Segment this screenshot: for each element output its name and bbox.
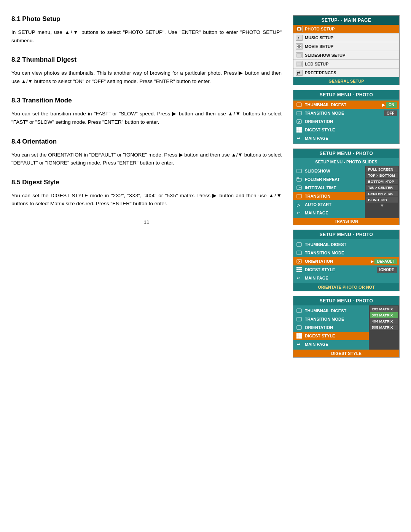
slide-option-center-tb[interactable]: CENTER > T/B (366, 191, 398, 197)
transition-icon-slide (296, 193, 303, 199)
section-title-photo-setup: 8.1 Photo Setup (11, 15, 282, 23)
slideshow-label: SLIDESHOW (305, 169, 363, 173)
menu-item-auto-start[interactable]: ▷ AUTO START (293, 200, 365, 209)
slide-option-bottom-top[interactable]: BOTTOM >TOP (366, 179, 398, 184)
menu-item-slideshow[interactable]: SLIDESHOW (293, 167, 365, 175)
menu-item-movie-setup[interactable]: MOVIE SETUP (293, 42, 399, 51)
slide-options-list: FULL SCREEN TOP > BOTTOM BOTTOM >TOP T/B… (365, 166, 399, 218)
preferences-icon: ⇄ (296, 70, 303, 76)
thumb-arrow: ▶ (382, 103, 385, 107)
section-body-transition: You can set the transition mode in "FAST… (11, 110, 282, 126)
folder-repeat-label: FOLDER REPEAT (305, 177, 363, 182)
menu-item-orientation-2[interactable]: ⟳ ORIENTATION ▶ DEFAULT (293, 257, 399, 265)
thumb-icon-2 (296, 241, 303, 248)
menu-item-thumbnail-2[interactable]: THUMBNAIL DIGEST (293, 240, 399, 249)
slides-panel-row: SLIDESHOW FOLDER REPEAT INTE (293, 166, 399, 218)
svg-text:⇄: ⇄ (297, 71, 301, 75)
left-column: 8.1 Photo Setup In SETUP menu, use ▲/▼ b… (11, 15, 285, 362)
menu-item-folder-repeat[interactable]: FOLDER REPEAT (293, 175, 365, 184)
thumb-label: THUMBNAIL DIGEST (305, 102, 381, 107)
menu-item-transition-3[interactable]: TRANSITION MODE (293, 315, 369, 323)
svg-rect-32 (297, 309, 301, 313)
back-icon-4: ↩ (296, 341, 303, 347)
section-title-orientation: 8.4 Orientation (11, 138, 282, 145)
menu-item-main-page-2[interactable]: ↩ MAIN PAGE (293, 209, 365, 217)
svg-text:↩: ↩ (297, 211, 301, 215)
transition-mode-label: TRANSITION MODE (305, 111, 383, 115)
section-body-thumbnail: You can view photos as thumbnails. This … (11, 69, 282, 85)
menu-item-orientation-1[interactable]: ⟳ ORIENTATION (293, 117, 399, 126)
menu-item-main-3[interactable]: ↩ MAIN PAGE (293, 274, 399, 282)
menu-item-thumbnail-3[interactable]: THUMBNAIL DIGEST (293, 307, 369, 315)
menu-item-photo-setup[interactable]: PHOTO SETUP (293, 25, 399, 34)
digest-badge-ignore: IGNORE (377, 267, 397, 273)
movie-icon (296, 43, 303, 50)
svg-rect-7 (297, 47, 298, 48)
page-number: 11 (11, 219, 282, 225)
svg-rect-6 (300, 45, 301, 46)
panel-photo-menu-1: SETUP MENU - PHOTO THUMBNAIL DIGEST ▶ ON (293, 90, 400, 144)
menu-item-label-movie: MOVIE SETUP (305, 44, 397, 49)
right-column: SETUP- - MAIN PAGE PHOTO SETUP ♪ MUSIC S… (293, 15, 400, 362)
thumb-icon-1 (296, 102, 303, 108)
autostart-icon: ▷ (296, 201, 303, 208)
menu-item-main-4[interactable]: ↩ MAIN PAGE (293, 340, 369, 348)
menu-item-main-page-1[interactable]: ↩ MAIN PAGE (293, 134, 399, 142)
menu-item-label-photo: PHOTO SETUP (305, 27, 397, 31)
transition-icon-2 (296, 250, 303, 256)
matrix-option-2x2[interactable]: 2X2 MATRIX (370, 306, 398, 312)
slide-option-fullscreen[interactable]: FULL SCREEN (366, 166, 398, 172)
digest-icon-2 (296, 267, 303, 273)
section-body-digest: You can set the DIGEST STYLE mode in "2X… (11, 192, 282, 208)
menu-item-transition-mode[interactable]: TRANSITION MODE OFF (293, 109, 399, 117)
digest-label-2: DIGEST STYLE (305, 267, 376, 272)
transition-sub-label: TRANSITION (293, 218, 399, 225)
orientation-label-1: ORIENTATION (305, 119, 397, 124)
menu-item-orientation-3[interactable]: ORIENTATION (293, 323, 369, 332)
svg-rect-24 (297, 194, 301, 198)
interval-time-label: INTERVAL TIME (305, 185, 363, 190)
svg-rect-11 (298, 66, 300, 66)
menu-item-transition-2[interactable]: TRANSITION MODE (293, 249, 399, 257)
panel-photo-3-header: SETUP MENU - PHOTO (293, 296, 399, 305)
menu-item-lcd-setup[interactable]: LCD SETUP (293, 60, 399, 69)
menu-item-interval-time[interactable]: INTERVAL TIME (293, 184, 365, 192)
menu-item-preferences[interactable]: ⇄ PREFERENCES (293, 69, 399, 77)
matrix-option-4x4[interactable]: 4X4 MATRIX (370, 318, 398, 324)
menu-item-digest-3[interactable]: DIGEST STYLE (293, 332, 369, 340)
menu-item-transition-slide[interactable]: TRANSITION (293, 192, 365, 200)
transition-badge-off: OFF (384, 110, 397, 116)
panel-photo-menu-3: SETUP MENU - PHOTO THUMBNAIL DIGEST TRAN… (293, 296, 400, 358)
svg-text:↩: ↩ (297, 136, 301, 141)
menu-item-music-setup[interactable]: ♪ MUSIC SETUP (293, 34, 399, 42)
transition-label-3: TRANSITION MODE (305, 317, 366, 321)
menu-item-thumbnail-digest[interactable]: THUMBNAIL DIGEST ▶ ON (293, 101, 399, 109)
svg-rect-34 (297, 326, 301, 329)
main-setup-menu: PHOTO SETUP ♪ MUSIC SETUP MOVIE SETUP (293, 25, 399, 77)
matrix-option-5x5[interactable]: 5X5 MATRIX (370, 324, 398, 330)
thumbnail-label-2: THUMBNAIL DIGEST (305, 242, 397, 247)
menu-item-digest-style-1[interactable]: DIGEST STYLE (293, 126, 399, 134)
photo-menu-2-list: THUMBNAIL DIGEST TRANSITION MODE ⟳ ORIEN… (293, 239, 399, 283)
matrix-option-3x3[interactable]: 3X3 MATRIX (370, 312, 398, 318)
section-body-orientation: You can set the ORIENTATION in "DEFAULT"… (11, 151, 282, 167)
slide-option-tb-center[interactable]: T/B > CENTER (366, 185, 398, 190)
orient-sub-label: ORIENTATE PHOTO OR NOT (293, 283, 399, 291)
menu-item-slideshow-setup[interactable]: SLIDESHOW SETUP (293, 51, 399, 60)
menu-item-digest-2[interactable]: DIGEST STYLE IGNORE (293, 265, 399, 274)
slideshow-icon (296, 52, 303, 58)
panel-main-page-header: SETUP- - MAIN PAGE (293, 16, 399, 25)
panel-photo-menu-2: SETUP MENU - PHOTO THUMBNAIL DIGEST TRAN… (293, 230, 400, 291)
thumbnail-label-3: THUMBNAIL DIGEST (305, 308, 366, 313)
panel-photo-2-header: SETUP MENU - PHOTO (293, 230, 399, 239)
slide-option-top-bottom[interactable]: TOP > BOTTOM (366, 173, 398, 178)
panel-main-page: SETUP- - MAIN PAGE PHOTO SETUP ♪ MUSIC S… (293, 15, 400, 85)
menu-item-label-lcd: LCD SETUP (305, 62, 397, 66)
slideshow-icon-2 (296, 168, 303, 174)
menu-item-label-music: MUSIC SETUP (305, 35, 397, 40)
back-icon-1: ↩ (296, 135, 303, 141)
digest-label-3: DIGEST STYLE (305, 334, 366, 338)
orientation-label-3: ORIENTATION (305, 325, 366, 330)
svg-text:↩: ↩ (297, 276, 301, 280)
slide-option-blind[interactable]: BLIND T>B (366, 197, 398, 203)
